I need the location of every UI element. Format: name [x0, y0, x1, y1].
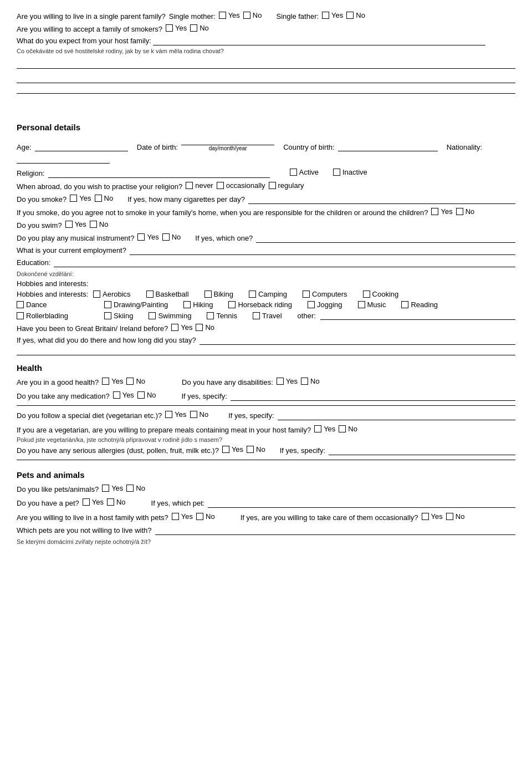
biking-checkbox[interactable] — [204, 291, 212, 298]
gb-no-option[interactable]: No — [196, 323, 214, 332]
education-field[interactable] — [54, 258, 515, 267]
host-family-answer-line2[interactable] — [17, 60, 515, 69]
single-mother-no-option[interactable]: No — [243, 11, 262, 19]
gb-yes-option[interactable]: Yes — [171, 323, 192, 332]
allergies-yes-option[interactable]: Yes — [222, 445, 243, 454]
swim-no-option[interactable]: No — [90, 220, 109, 228]
computers-checkbox[interactable] — [303, 291, 310, 298]
swim-no-checkbox[interactable] — [90, 221, 97, 228]
host-pets-yes-checkbox[interactable] — [172, 513, 179, 520]
instrument-yes-checkbox[interactable] — [137, 233, 145, 241]
swim-yes-checkbox[interactable] — [65, 221, 73, 228]
cooking-option[interactable]: Cooking — [363, 290, 399, 298]
horseback-option[interactable]: Horseback riding — [228, 301, 292, 309]
smoke-no-checkbox[interactable] — [95, 195, 102, 202]
allergies-no-checkbox[interactable] — [247, 446, 254, 453]
occasionally-checkbox[interactable] — [217, 182, 224, 189]
cooking-checkbox[interactable] — [363, 291, 370, 298]
jogging-option[interactable]: Jogging — [308, 301, 342, 309]
host-family-answer[interactable] — [153, 37, 485, 45]
instrument-no-checkbox[interactable] — [162, 233, 170, 241]
age-field[interactable] — [35, 142, 128, 151]
dance-checkbox[interactable] — [17, 301, 24, 308]
aerobics-option[interactable]: Aerobics — [93, 290, 131, 298]
medication-no-checkbox[interactable] — [137, 391, 145, 399]
rollerblading-option[interactable]: Rollerblading — [17, 312, 89, 320]
instrument-which-field[interactable] — [256, 234, 515, 243]
camping-checkbox[interactable] — [249, 291, 256, 298]
smoke-yes-option[interactable]: Yes — [70, 194, 91, 202]
health-no-checkbox[interactable] — [126, 378, 134, 385]
occasionally-pets-yes-checkbox[interactable] — [422, 513, 429, 520]
other-hobby-field[interactable] — [320, 311, 515, 320]
allergies-specify-field[interactable] — [329, 446, 515, 455]
hiking-option[interactable]: Hiking — [183, 301, 213, 309]
occasionally-pets-yes-option[interactable]: Yes — [422, 512, 443, 521]
nationality-field[interactable] — [17, 155, 110, 164]
diet-specify-field[interactable] — [278, 411, 515, 420]
instrument-yes-option[interactable]: Yes — [137, 233, 158, 241]
like-pets-yes-option[interactable]: Yes — [102, 484, 123, 492]
religion-field[interactable] — [48, 169, 270, 178]
gb-yes-checkbox[interactable] — [171, 324, 178, 331]
dance-option[interactable]: Dance — [17, 301, 89, 309]
single-father-no-checkbox[interactable] — [346, 12, 354, 19]
diet-yes-checkbox[interactable] — [165, 411, 172, 418]
skiing-checkbox[interactable] — [104, 312, 111, 319]
smoke-agree-no-option[interactable]: No — [456, 207, 475, 216]
swim-yes-option[interactable]: Yes — [65, 220, 86, 228]
smokers-yes-option[interactable]: Yes — [166, 24, 187, 32]
tennis-checkbox[interactable] — [207, 312, 214, 319]
gb-detail-field[interactable] — [200, 336, 515, 345]
horseback-checkbox[interactable] — [228, 301, 236, 308]
have-pet-which-field[interactable] — [208, 499, 515, 508]
single-father-yes-checkbox[interactable] — [322, 12, 329, 19]
cigarettes-field[interactable] — [248, 195, 515, 204]
swimming-option[interactable]: Swimming — [149, 312, 191, 320]
host-pets-yes-option[interactable]: Yes — [172, 512, 193, 521]
have-pet-yes-checkbox[interactable] — [83, 498, 90, 506]
drawing-checkbox[interactable] — [104, 301, 111, 308]
camping-option[interactable]: Camping — [249, 290, 287, 298]
occasionally-option[interactable]: occasionally — [217, 181, 265, 190]
aerobics-checkbox[interactable] — [93, 291, 100, 298]
gb-no-checkbox[interactable] — [196, 324, 203, 331]
disabilities-yes-option[interactable]: Yes — [277, 377, 298, 385]
health-yes-option[interactable]: Yes — [102, 377, 123, 385]
rollerblading-checkbox[interactable] — [17, 312, 24, 319]
tennis-option[interactable]: Tennis — [207, 312, 237, 320]
smokers-no-option[interactable]: No — [190, 24, 209, 32]
basketball-checkbox[interactable] — [146, 291, 154, 298]
single-father-no-option[interactable]: No — [346, 11, 365, 19]
smoke-yes-checkbox[interactable] — [70, 195, 77, 202]
smokers-yes-checkbox[interactable] — [166, 24, 173, 32]
music-option[interactable]: Music — [358, 301, 386, 309]
like-pets-no-option[interactable]: No — [126, 484, 145, 492]
smokers-no-checkbox[interactable] — [190, 24, 197, 32]
occasionally-pets-no-checkbox[interactable] — [446, 513, 453, 520]
have-pet-no-option[interactable]: No — [107, 498, 126, 506]
medication-specify-field[interactable] — [231, 392, 515, 401]
dob-field[interactable] — [181, 136, 274, 145]
have-pet-no-checkbox[interactable] — [107, 498, 114, 506]
like-pets-yes-checkbox[interactable] — [102, 485, 109, 492]
reading-checkbox[interactable] — [401, 301, 408, 308]
never-option[interactable]: never — [186, 181, 213, 190]
disabilities-no-checkbox[interactable] — [301, 378, 308, 385]
drawing-option[interactable]: Drawing/Painting — [104, 301, 168, 309]
vegetarian-yes-option[interactable]: Yes — [314, 425, 335, 433]
reading-option[interactable]: Reading — [401, 301, 437, 309]
allergies-no-option[interactable]: No — [247, 445, 265, 454]
regularly-option[interactable]: regulary — [269, 181, 304, 190]
not-willing-pets-field[interactable] — [155, 526, 515, 535]
basketball-option[interactable]: Basketball — [146, 290, 189, 298]
diet-no-checkbox[interactable] — [190, 411, 197, 418]
smoke-agree-yes-option[interactable]: Yes — [431, 207, 452, 216]
occasionally-pets-no-option[interactable]: No — [446, 512, 465, 521]
medication-no-option[interactable]: No — [137, 391, 156, 399]
host-pets-no-option[interactable]: No — [196, 512, 215, 521]
biking-option[interactable]: Biking — [204, 290, 233, 298]
swimming-checkbox[interactable] — [149, 312, 156, 319]
single-mother-no-checkbox[interactable] — [243, 12, 250, 19]
active-checkbox[interactable] — [290, 169, 297, 176]
